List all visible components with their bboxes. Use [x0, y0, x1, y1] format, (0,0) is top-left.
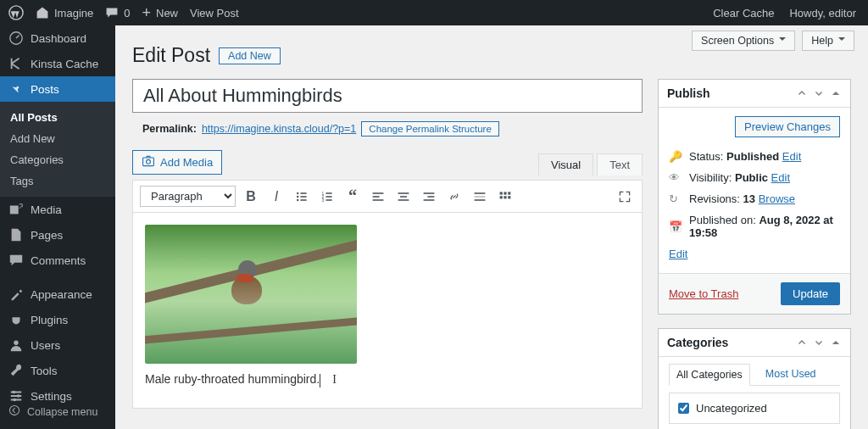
edit-visibility-link[interactable]: Edit — [771, 171, 790, 184]
sidebar-item-kinsta-cache[interactable]: Kinsta Cache — [0, 51, 115, 76]
quote-icon[interactable]: “ — [342, 187, 363, 207]
add-media-button[interactable]: Add Media — [132, 150, 222, 175]
fullscreen-icon[interactable] — [615, 187, 635, 207]
svg-point-10 — [297, 192, 298, 193]
howdy-user[interactable]: Howdy, editor — [789, 7, 856, 20]
svg-rect-30 — [424, 199, 435, 201]
site-name: Imagine — [54, 7, 93, 20]
edit-status-link[interactable]: Edit — [782, 150, 801, 163]
link-icon[interactable] — [444, 187, 465, 207]
page-title: Edit Post — [132, 44, 210, 67]
bold-icon[interactable]: B — [241, 187, 261, 207]
sidebar-item-pages[interactable]: Pages — [0, 222, 115, 248]
site-link[interactable]: Imagine — [36, 6, 93, 20]
svg-rect-37 — [500, 196, 503, 198]
chevron-up-icon[interactable] — [796, 87, 808, 99]
editor: Paragraph B I 123 “ — [132, 180, 643, 409]
svg-rect-23 — [373, 196, 380, 198]
sidebar-item-media[interactable]: Media — [0, 197, 115, 222]
sidebar-sub-all-posts[interactable]: All Posts — [0, 107, 115, 128]
sidebar-item-comments[interactable]: Comments — [0, 248, 115, 273]
tab-all-categories[interactable]: All Categories — [669, 364, 750, 386]
clear-cache-link[interactable]: Clear Cache — [713, 7, 774, 20]
align-right-icon[interactable] — [419, 187, 439, 207]
chevron-down-icon[interactable] — [813, 87, 825, 99]
comment-icon — [8, 253, 24, 268]
change-permalink-button[interactable]: Change Permalink Structure — [361, 121, 498, 136]
chevron-down-icon[interactable] — [813, 337, 825, 348]
comments-count: 0 — [124, 7, 130, 20]
svg-rect-38 — [504, 196, 506, 198]
camera-icon — [142, 154, 155, 170]
tab-text[interactable]: Text — [597, 153, 643, 176]
align-left-icon[interactable] — [368, 187, 388, 207]
more-icon[interactable] — [470, 187, 490, 207]
sidebar-sub-tags[interactable]: Tags — [0, 170, 115, 192]
permalink-label: Permalink: — [142, 123, 197, 135]
tab-most-used[interactable]: Most Used — [759, 364, 823, 385]
preview-changes-button[interactable]: Preview Changes — [735, 116, 840, 137]
svg-point-12 — [297, 198, 298, 200]
svg-rect-39 — [508, 196, 510, 198]
category-checkbox[interactable] — [678, 403, 689, 414]
svg-rect-20 — [326, 196, 331, 198]
number-list-icon[interactable]: 123 — [317, 187, 337, 207]
comments-link[interactable]: 0 — [105, 6, 130, 20]
chevron-up-icon[interactable] — [796, 337, 808, 348]
align-center-icon[interactable] — [393, 187, 414, 207]
pin-icon — [8, 81, 24, 97]
post-title-input[interactable] — [132, 79, 643, 113]
bullet-list-icon[interactable] — [292, 187, 312, 207]
sidebar-sub-add-new[interactable]: Add New — [0, 128, 115, 149]
wordpress-logo-icon[interactable] — [8, 5, 24, 20]
svg-rect-13 — [300, 192, 306, 194]
chevron-down-icon — [779, 37, 786, 44]
update-button[interactable]: Update — [781, 282, 840, 305]
add-new-button[interactable]: Add New — [219, 47, 281, 64]
toggle-icon[interactable] — [830, 337, 842, 348]
format-select[interactable]: Paragraph — [140, 186, 236, 207]
italic-icon[interactable]: I — [266, 187, 287, 207]
category-label: Uncategorized — [696, 402, 767, 415]
sidebar-item-posts[interactable]: Posts — [0, 76, 115, 102]
sidebar-item-label: Media — [31, 203, 62, 216]
sidebar-submenu-posts: All Posts Add New Categories Tags — [0, 102, 115, 197]
eye-icon: 👁 — [669, 171, 682, 184]
sidebar-item-users[interactable]: Users — [0, 332, 115, 358]
svg-rect-24 — [373, 199, 384, 201]
svg-rect-31 — [475, 192, 486, 194]
sidebar-item-tools[interactable]: Tools — [0, 358, 115, 383]
sidebar-item-label: Dashboard — [31, 32, 86, 45]
kinsta-icon — [8, 56, 24, 71]
svg-rect-25 — [398, 192, 409, 194]
screen-options-button[interactable]: Screen Options — [692, 31, 795, 51]
editor-toolbar: Paragraph B I 123 “ — [133, 181, 642, 213]
toolbar-toggle-icon[interactable] — [495, 187, 515, 207]
sidebar-item-appearance[interactable]: Appearance — [0, 281, 115, 307]
sidebar-item-label: Posts — [31, 83, 59, 96]
toggle-icon[interactable] — [830, 87, 842, 99]
sidebar-item-label: Users — [31, 339, 60, 352]
svg-text:3: 3 — [322, 198, 325, 202]
sidebar-item-plugins[interactable]: Plugins — [0, 307, 115, 332]
post-image[interactable] — [145, 225, 357, 364]
category-item[interactable]: Uncategorized — [678, 402, 831, 415]
editor-content[interactable]: Male ruby-throated hummingbird.I — [133, 213, 642, 408]
help-button[interactable]: Help — [802, 31, 854, 51]
caption-text: Male ruby-throated hummingbird. — [145, 372, 320, 386]
page-icon — [8, 227, 24, 242]
move-to-trash-link[interactable]: Move to Trash — [669, 287, 738, 300]
svg-rect-29 — [427, 196, 434, 198]
svg-rect-26 — [400, 196, 407, 198]
collapse-menu[interactable]: Collapse menu — [0, 399, 115, 424]
new-content-link[interactable]: + New — [142, 4, 178, 22]
sidebar-item-dashboard[interactable]: Dashboard — [0, 25, 115, 51]
sidebar-item-label: Pages — [31, 229, 63, 242]
permalink-url[interactable]: https://imagine.kinsta.cloud/?p=1 — [202, 123, 356, 135]
sidebar-sub-categories[interactable]: Categories — [0, 149, 115, 170]
browse-revisions-link[interactable]: Browse — [759, 192, 795, 205]
wrench-icon — [8, 363, 24, 378]
edit-published-link[interactable]: Edit — [669, 248, 687, 260]
tab-visual[interactable]: Visual — [538, 153, 593, 176]
view-post-link[interactable]: View Post — [190, 7, 239, 20]
